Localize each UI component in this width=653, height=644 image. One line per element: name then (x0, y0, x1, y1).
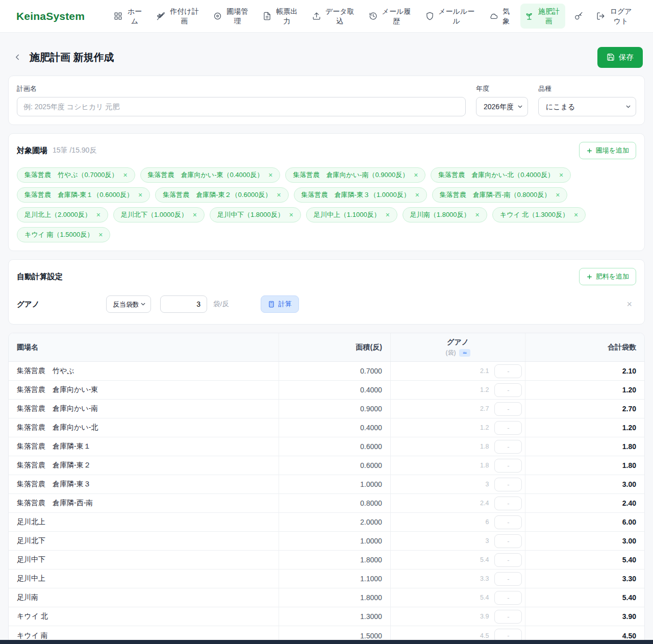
override-input[interactable] (494, 610, 522, 624)
auto-calculated-value: 3 (485, 537, 489, 544)
nav-item-label: 気象 (501, 7, 512, 26)
table-row: 集落営農 倉庫隣-東１0.60001.81.80 (9, 437, 644, 456)
auto-calculated-value: 3.9 (480, 613, 489, 620)
override-input[interactable] (494, 383, 522, 397)
nav-item-field-management[interactable]: 圃場管理 (209, 4, 254, 29)
nav-item-weather[interactable]: 気象 (485, 4, 516, 29)
remove-tag-icon[interactable]: × (559, 171, 563, 179)
plan-name-input[interactable] (17, 97, 466, 116)
table-row: キウイ 北1.30003.93.90 (9, 607, 644, 626)
table-row: 足川南1.80005.45.40 (9, 588, 644, 607)
amount-input[interactable] (160, 295, 207, 313)
field-tag: 集落営農 倉庫隣-東２（0.6000反）× (155, 187, 288, 203)
amount-unit: 袋/反 (213, 300, 229, 309)
save-button[interactable]: 保存 (597, 47, 643, 68)
auto-calculated-value: 2.1 (480, 367, 489, 375)
override-input[interactable] (494, 459, 522, 473)
wheat-icon (157, 12, 165, 20)
target-fields-title: 対象圃場 (17, 146, 47, 156)
main-content: 施肥計画 新規作成 保存 計画名 年度 2026年度 品種 にこまる (0, 46, 653, 644)
override-input[interactable] (494, 421, 522, 435)
total-bags-cell: 1.80 (525, 456, 644, 475)
fertilizer-row: グアノ 反当袋数 袋/反 計算 × (17, 295, 636, 313)
nav-item-logout[interactable]: ログアウト (592, 4, 638, 29)
area-cell: 0.6000 (279, 456, 390, 475)
auto-calculated-value: 4.5 (480, 632, 489, 639)
remove-tag-icon[interactable]: × (415, 191, 419, 199)
nav-item-mail-history[interactable]: メール履歴 (364, 4, 416, 29)
remove-tag-icon[interactable]: × (289, 211, 293, 218)
nav-item-password[interactable] (570, 9, 588, 23)
field-name-cell: キウイ 北 (9, 607, 279, 626)
area-cell: 0.4000 (279, 381, 390, 399)
nav-item-report-output[interactable]: 帳票出力 (258, 4, 303, 29)
approx-badge[interactable]: ≃ (459, 349, 470, 357)
year-select[interactable]: 2026年度 (476, 97, 528, 116)
remove-tag-icon[interactable]: × (414, 171, 418, 179)
nav-item-home[interactable]: ホーム (109, 4, 148, 29)
remove-tag-icon[interactable]: × (268, 171, 272, 179)
total-bags-cell: 3.30 (525, 569, 644, 588)
auto-calculated-value: 6 (485, 518, 489, 526)
fertilizer-cell: 2.4 (390, 494, 525, 512)
remove-tag-icon[interactable]: × (556, 191, 560, 199)
fertilizer-cell: 3 (390, 532, 525, 550)
calculate-button[interactable]: 計算 (261, 295, 299, 313)
remove-tag-icon[interactable]: × (277, 191, 281, 199)
remove-tag-icon[interactable]: × (123, 171, 127, 179)
override-input[interactable] (494, 572, 522, 586)
field-tag-label: 足川中下（1.8000反） (217, 210, 284, 219)
back-button[interactable] (10, 50, 24, 64)
override-input[interactable] (494, 534, 522, 548)
total-bags-cell: 3.00 (525, 532, 644, 550)
year-label: 年度 (476, 84, 528, 93)
field-tag: 集落営農 倉庫隣-東３（1.0000反）× (294, 187, 427, 203)
auto-calculated-value: 5.4 (480, 556, 489, 563)
remove-tag-icon[interactable]: × (138, 191, 142, 199)
nav-item-mail-rules[interactable]: メールルール (421, 4, 480, 29)
page-header: 施肥計画 新規作成 保存 (10, 46, 643, 68)
remove-tag-icon[interactable]: × (386, 211, 390, 218)
remove-tag-icon[interactable]: × (98, 231, 103, 238)
remove-tag-icon[interactable]: × (96, 211, 101, 218)
remove-tag-icon[interactable]: × (193, 211, 197, 218)
field-name-cell: 足川中下 (9, 551, 279, 569)
override-input[interactable] (494, 591, 522, 605)
field-tag-label: 集落営農 倉庫向かい-東（0.4000反） (148, 170, 264, 180)
remove-tag-icon[interactable]: × (574, 211, 578, 218)
remove-tag-icon[interactable]: × (475, 211, 480, 218)
override-input[interactable] (494, 440, 522, 454)
field-tag-list: 集落営農 竹やぶ（0.7000反）×集落営農 倉庫向かい-東（0.4000反）×… (17, 166, 636, 242)
brand-logo[interactable]: KeinaSystem (16, 10, 85, 22)
field-tag-label: 集落営農 倉庫向かい-北（0.4000反） (438, 170, 554, 180)
calc-method-select[interactable]: 反当袋数 (106, 295, 151, 313)
area-cell: 0.6000 (279, 437, 390, 456)
nav-item-data-import[interactable]: データ取込 (308, 4, 360, 29)
field-tag: 集落営農 倉庫隣-西-南（0.8000反）× (432, 187, 568, 203)
override-input[interactable] (494, 478, 522, 491)
file-icon (263, 12, 271, 20)
history-icon (369, 12, 378, 20)
add-fertilizer-button[interactable]: 肥料を追加 (579, 268, 636, 285)
field-name-cell: 集落営農 倉庫隣-東３ (9, 475, 279, 493)
table-row: 集落営農 倉庫向かい-北0.40001.21.20 (9, 418, 644, 437)
plus-icon (586, 147, 593, 154)
nav-item-label: 圃場管理 (225, 7, 249, 26)
override-input[interactable] (494, 497, 522, 510)
remove-fertilizer-button[interactable]: × (622, 297, 636, 312)
override-input[interactable] (494, 364, 522, 378)
field-tag: 足川中下（1.8000反）× (210, 207, 301, 222)
override-input[interactable] (494, 515, 522, 529)
override-input[interactable] (494, 402, 522, 416)
variety-select[interactable]: にこまる (538, 97, 636, 116)
override-input[interactable] (494, 553, 522, 567)
nav-item-fertilization-plan[interactable]: 施肥計画 (520, 4, 565, 29)
field-tag: 集落営農 倉庫向かい-東（0.4000反）× (140, 167, 281, 183)
field-tag: 集落営農 倉庫向かい-北（0.4000反）× (431, 167, 571, 183)
fertilizer-cell: 3 (390, 475, 525, 493)
plan-form-card: 計画名 年度 2026年度 品種 にこまる (8, 76, 645, 125)
nav-item-planting-plan[interactable]: 作付け計画 (152, 4, 204, 29)
area-cell: 0.4000 (279, 418, 390, 437)
table-row: 足川中下1.80005.45.40 (9, 551, 644, 569)
add-field-button[interactable]: 圃場を追加 (579, 142, 636, 159)
